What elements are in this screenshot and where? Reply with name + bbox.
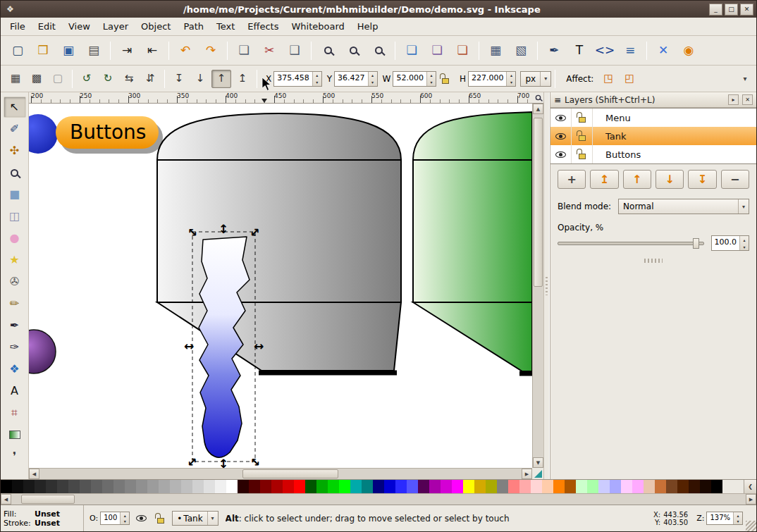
palette-swatch[interactable] [621, 480, 632, 493]
scroll-up-icon[interactable]: ▲ [533, 104, 543, 114]
flip-vertical-button[interactable]: ⇵ [140, 70, 160, 88]
blend-mode-select[interactable]: Normal ▾ [618, 199, 749, 214]
new-layer-button[interactable]: + [558, 170, 586, 189]
palette-swatch[interactable] [666, 480, 677, 493]
palette-swatch[interactable] [23, 480, 35, 493]
text-tool-button[interactable]: A [4, 381, 26, 402]
units-select[interactable]: px ▾ [520, 71, 551, 87]
palette-swatch[interactable] [68, 480, 80, 493]
horizontal-scrollbar[interactable]: ◀ ▶ [29, 468, 532, 479]
panel-close-button[interactable]: ✕ [742, 94, 753, 105]
print-button[interactable]: ▤ [82, 39, 106, 62]
palette-swatch[interactable] [362, 480, 373, 493]
lock-ratio-button[interactable] [438, 71, 453, 87]
palette-swatch[interactable] [677, 480, 689, 493]
scroll-down-icon[interactable]: ▼ [533, 457, 543, 468]
text-dialog-button[interactable]: T [567, 39, 591, 62]
palette-swatch[interactable] [553, 480, 565, 493]
unlink-clone-button[interactable]: ❏ [450, 39, 474, 62]
palette-swatch[interactable] [429, 480, 441, 493]
palette-swatch[interactable] [215, 480, 226, 493]
rotate-ccw-button[interactable]: ↺ [77, 70, 97, 88]
save-button[interactable]: ▣ [56, 39, 80, 62]
calligraphy-tool-button[interactable]: ✑ [4, 337, 26, 358]
affect-corners-button[interactable]: ◰ [620, 70, 639, 88]
spin-down-icon[interactable]: ▾ [369, 79, 377, 86]
palette-swatch[interactable] [147, 480, 159, 493]
palette-swatch[interactable] [576, 480, 587, 493]
duplicate-button[interactable]: ❏ [400, 39, 424, 62]
layer-lock-toggle[interactable] [152, 512, 169, 526]
menu-object[interactable]: Object [135, 19, 177, 34]
buttons-button-shape[interactable]: Buttons [56, 116, 163, 154]
layer-lock-toggle[interactable] [572, 109, 593, 127]
menu-edit[interactable]: Edit [32, 19, 62, 34]
palette-swatch[interactable] [192, 480, 204, 493]
palette-swatch[interactable] [711, 480, 722, 493]
palette-swatch[interactable] [316, 480, 328, 493]
zoom-tool-button[interactable] [4, 162, 26, 183]
delete-layer-button[interactable]: − [721, 170, 749, 189]
preferences-button[interactable]: ✕ [651, 39, 675, 62]
raise-to-top-button[interactable]: ↥ [233, 70, 252, 88]
object-opacity-input[interactable]: 100 ▴▾ [100, 512, 130, 525]
spin-down-icon[interactable]: ▾ [507, 79, 515, 86]
palette-swatch[interactable] [249, 480, 260, 493]
palette-swatch[interactable] [271, 480, 283, 493]
spin-up-icon[interactable]: ▴ [427, 72, 436, 79]
spin-up-icon[interactable]: ▴ [734, 512, 742, 519]
close-button[interactable]: ✕ [740, 4, 753, 16]
menu-text[interactable]: Text [210, 19, 241, 34]
canvas-resize-grip[interactable] [532, 468, 543, 479]
spin-up-icon[interactable]: ▴ [313, 72, 321, 79]
export-button[interactable]: ⇤ [140, 39, 164, 62]
palette-swatch[interactable] [373, 480, 384, 493]
rectangle-tool-button[interactable]: ■ [4, 184, 26, 205]
palette-swatch[interactable] [238, 480, 249, 493]
spin-up-icon[interactable]: ▴ [507, 72, 515, 79]
copy-button[interactable]: ❏ [232, 39, 256, 62]
redo-button[interactable]: ↷ [199, 39, 223, 62]
box3d-tool-button[interactable]: ◫ [4, 206, 26, 227]
spin-arrows[interactable]: ▴▾ [120, 512, 129, 524]
rotate-cw-button[interactable]: ↻ [98, 70, 118, 88]
layer-visibility-toggle[interactable] [550, 127, 572, 145]
scroll-right-icon[interactable]: ▶ [522, 469, 532, 479]
palette-swatch[interactable] [57, 480, 68, 493]
palette-scroll-track[interactable] [11, 494, 746, 505]
spin-arrows[interactable]: ▴▾ [733, 512, 742, 524]
minimize-button[interactable]: _ [709, 4, 722, 16]
palette-swatch[interactable] [531, 480, 542, 493]
spin-arrows[interactable]: ▴▾ [506, 72, 515, 86]
vertical-scroll-thumb[interactable] [534, 118, 543, 287]
spin-up-icon[interactable]: ▴ [121, 512, 129, 519]
palette-swatch[interactable] [587, 480, 598, 493]
palette-swatch[interactable] [632, 480, 644, 493]
cut-button[interactable]: ✂ [257, 39, 281, 62]
spin-arrows[interactable]: ▴▾ [368, 72, 377, 86]
star-tool-button[interactable]: ★ [4, 249, 26, 271]
panel-shade-button[interactable]: ▸ [728, 94, 739, 105]
menu-effects[interactable]: Effects [241, 19, 285, 34]
palette-swatch[interactable] [46, 480, 57, 493]
palette-swatch[interactable] [1, 480, 12, 493]
palette-swatch[interactable] [542, 480, 553, 493]
spin-down-icon[interactable]: ▾ [734, 519, 742, 525]
palette-more-button[interactable]: ❮ [744, 480, 756, 493]
palette-swatch[interactable] [610, 480, 621, 493]
raise-layer-button[interactable]: ↑ [623, 170, 651, 189]
group-button[interactable]: ▦ [484, 39, 507, 62]
document-properties-button[interactable]: ◉ [677, 39, 701, 62]
zoom-input[interactable]: 137% ▴▾ [706, 512, 743, 525]
layer-row-menu[interactable]: Menu [550, 109, 756, 127]
open-button[interactable]: ❒ [31, 39, 55, 62]
opacity-slider-thumb[interactable] [693, 238, 699, 249]
opacity-slider[interactable] [558, 242, 704, 245]
current-layer-select[interactable]: •Tank ▾ [172, 511, 218, 526]
palette-swatch[interactable] [226, 480, 238, 493]
palette-swatch[interactable] [384, 480, 395, 493]
spin-up-icon[interactable]: ▴ [740, 236, 749, 243]
palette-swatch[interactable] [689, 480, 700, 493]
window-resize-grip[interactable] [746, 521, 756, 531]
fill-stroke-button[interactable]: ✒ [542, 39, 566, 62]
